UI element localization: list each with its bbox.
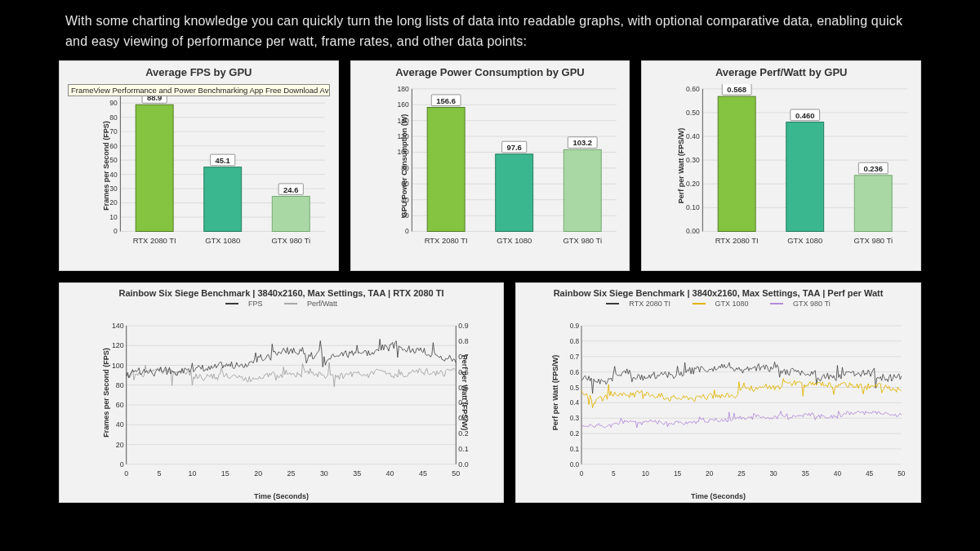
svg-text:100: 100 (397, 148, 408, 156)
svg-text:0.20: 0.20 (686, 180, 700, 188)
svg-text:25: 25 (737, 469, 745, 477)
svg-text:0.2: 0.2 (570, 429, 580, 437)
svg-rect-83 (719, 96, 756, 231)
svg-text:0.6: 0.6 (570, 367, 580, 375)
svg-text:5: 5 (158, 469, 162, 477)
svg-text:0.1: 0.1 (570, 444, 580, 452)
svg-text:40: 40 (386, 469, 394, 477)
svg-text:GTX 1080: GTX 1080 (497, 236, 532, 245)
svg-rect-31 (272, 196, 310, 231)
legend-swatch-icon (606, 303, 619, 304)
svg-rect-27 (204, 167, 242, 231)
legend-item: FPS (220, 300, 268, 308)
svg-text:35: 35 (802, 469, 809, 477)
legend-label: GTX 980 Ti (793, 300, 831, 308)
x-axis-label: Time (Seconds) (516, 492, 920, 500)
svg-text:40: 40 (116, 420, 124, 429)
svg-text:60: 60 (116, 401, 124, 409)
chart-legend: FPS Perf/Watt (60, 300, 503, 309)
svg-text:10: 10 (188, 469, 196, 477)
legend-item: RTX 2080 TI (601, 300, 675, 308)
svg-text:80: 80 (116, 380, 124, 389)
svg-text:0: 0 (580, 469, 584, 477)
svg-rect-87 (786, 122, 824, 231)
svg-text:0.5: 0.5 (570, 383, 580, 391)
legend-label: GTX 1080 (715, 300, 749, 308)
chart-grid: Average FPS by GPU FrameView Performance… (0, 60, 980, 503)
svg-text:GTX 1080: GTX 1080 (788, 236, 823, 245)
svg-text:0.8: 0.8 (570, 336, 580, 344)
svg-text:120: 120 (397, 131, 408, 140)
svg-text:0.4: 0.4 (570, 398, 580, 407)
svg-text:10: 10 (109, 212, 118, 220)
svg-rect-60 (495, 153, 532, 231)
svg-text:0.30: 0.30 (686, 156, 700, 164)
svg-text:97.6: 97.6 (506, 142, 521, 151)
chart-title: Rainbow Six Siege Benchmark | 3840x2160,… (516, 283, 920, 300)
svg-text:0.1: 0.1 (458, 444, 468, 452)
svg-text:GTX 980 Ti: GTX 980 Ti (271, 236, 310, 245)
chart-legend: RTX 2080 TI GTX 1080 GTX 980 Ti (516, 300, 920, 309)
svg-text:103.2: 103.2 (572, 138, 592, 147)
legend-label: RTX 2080 TI (629, 300, 670, 308)
svg-text:0.5: 0.5 (458, 383, 468, 391)
svg-text:40: 40 (109, 170, 118, 178)
svg-text:0.8: 0.8 (458, 336, 468, 344)
chart-row-top: Average FPS by GPU FrameView Performance… (59, 60, 921, 271)
svg-text:15: 15 (674, 469, 681, 477)
svg-text:80: 80 (109, 113, 118, 121)
plot-area: 0.000.100.200.300.400.500.600.568RTX 208… (681, 84, 912, 247)
svg-text:0.10: 0.10 (686, 203, 700, 211)
plot-area: 0204060801001201400.00.10.20.30.40.50.60… (105, 322, 477, 479)
legend-item: GTX 980 Ti (765, 300, 835, 308)
svg-text:100: 100 (112, 361, 124, 369)
svg-rect-23 (136, 104, 173, 231)
svg-text:40: 40 (834, 469, 841, 477)
svg-text:45.1: 45.1 (216, 155, 231, 164)
svg-text:50: 50 (109, 156, 118, 164)
svg-text:0.0: 0.0 (458, 460, 468, 468)
svg-text:60: 60 (109, 141, 118, 149)
svg-text:RTX 2080 TI: RTX 2080 TI (133, 236, 176, 245)
svg-text:140: 140 (112, 322, 124, 330)
svg-text:GTX 980 Ti: GTX 980 Ti (854, 236, 893, 245)
legend-item: Perf/Watt (279, 300, 342, 308)
svg-text:20: 20 (401, 211, 409, 219)
svg-text:0.3: 0.3 (570, 413, 580, 421)
svg-text:20: 20 (706, 469, 713, 477)
legend-swatch-icon (770, 303, 783, 304)
svg-text:70: 70 (109, 127, 118, 136)
svg-text:GTX 980 Ti: GTX 980 Ti (563, 236, 602, 245)
svg-text:30: 30 (109, 184, 118, 192)
svg-text:0.9: 0.9 (570, 322, 580, 330)
svg-text:0.460: 0.460 (795, 110, 815, 119)
svg-text:45: 45 (866, 469, 873, 477)
svg-text:0: 0 (124, 469, 128, 477)
svg-text:GTX 1080: GTX 1080 (205, 236, 240, 245)
svg-text:0.236: 0.236 (864, 163, 884, 172)
svg-text:0.00: 0.00 (686, 227, 700, 235)
svg-text:0.60: 0.60 (686, 84, 700, 92)
legend-item: GTX 1080 (688, 300, 754, 308)
svg-text:0.4: 0.4 (458, 398, 468, 407)
svg-text:160: 160 (397, 100, 408, 109)
chart-fps: Average FPS by GPU FrameView Performance… (59, 60, 339, 271)
svg-text:25: 25 (287, 469, 296, 477)
chart-power: Average Power Consumption by GPU GPU Pow… (350, 60, 630, 271)
svg-text:90: 90 (109, 99, 118, 107)
svg-text:0.6: 0.6 (458, 367, 468, 375)
svg-text:35: 35 (353, 469, 361, 477)
svg-rect-91 (855, 175, 893, 231)
svg-text:60: 60 (401, 180, 409, 188)
chart-title: Average Perf/Watt by GPU (642, 61, 920, 80)
legend-label: FPS (248, 300, 263, 308)
chart-row-bottom: Rainbow Six Siege Benchmark | 3840x2160,… (59, 282, 921, 503)
svg-text:156.6: 156.6 (436, 96, 456, 104)
svg-text:15: 15 (221, 469, 229, 477)
svg-text:0.50: 0.50 (686, 108, 700, 116)
legend-swatch-icon (693, 303, 706, 304)
svg-text:40: 40 (401, 195, 409, 203)
y-axis-label: Perf per Watt (FPS/W) (551, 354, 559, 430)
svg-text:0.568: 0.568 (728, 85, 747, 94)
svg-text:RTX 2080 TI: RTX 2080 TI (715, 236, 759, 245)
